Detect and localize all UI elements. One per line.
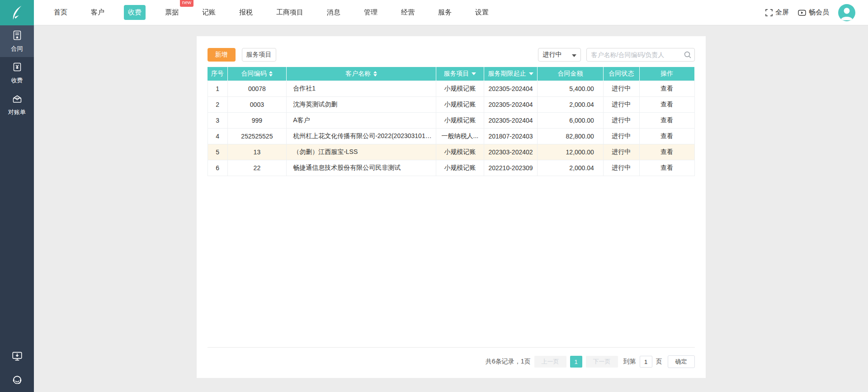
sidebar-item-fee[interactable]: 收费 [0, 57, 34, 89]
filter-caret-icon[interactable] [472, 72, 476, 75]
cell-status: 进行中 [603, 144, 639, 160]
table-row: 3999A客户小规模记账202305-2024046,000.00进行中查看 [208, 112, 694, 128]
cell-action: 查看 [639, 144, 694, 160]
view-link[interactable]: 查看 [660, 85, 673, 92]
sidebar-item-label: 对账单 [8, 108, 26, 116]
goto-confirm-button[interactable]: 确定 [668, 355, 695, 368]
top-navigation: 首页客户收费票据new记账报税工商项目消息管理经营服务设置 全屏 畅会员 [0, 0, 868, 25]
cell-seq: 6 [208, 160, 227, 176]
nav-item-settings[interactable]: 设置 [471, 5, 493, 20]
column-header-8: 操作 [639, 67, 694, 81]
cell-status: 进行中 [603, 96, 639, 112]
column-header-4[interactable]: 服务项目 [436, 67, 484, 81]
filter-caret-icon[interactable] [529, 72, 533, 75]
prev-page-button[interactable]: 上一页 [534, 356, 566, 368]
goto-page-input[interactable] [640, 356, 652, 368]
sidebar: 合同收费对账单 [0, 25, 34, 392]
fullscreen-button[interactable]: 全屏 [765, 8, 789, 17]
pagination-divider [208, 347, 695, 348]
nav-item-label: 首页 [54, 8, 67, 16]
view-link[interactable]: 查看 [660, 148, 673, 155]
column-label: 序号 [211, 70, 224, 78]
member-button[interactable]: 畅会员 [798, 8, 829, 17]
cell-service: 小规模记账 [436, 96, 484, 112]
nav-item-business-projects[interactable]: 工商项目 [272, 5, 307, 20]
app-logo[interactable] [0, 0, 34, 25]
search-box [586, 48, 695, 62]
column-label: 合同金额 [558, 70, 583, 78]
goto-prefix-label: 到第 [623, 358, 636, 366]
toolbar-right: 进行中 [538, 48, 695, 62]
sidebar-item-statement[interactable]: 对账单 [0, 89, 34, 120]
view-link[interactable]: 查看 [660, 116, 673, 124]
column-header-2[interactable]: 合同编码 [227, 67, 286, 81]
view-link[interactable]: 查看 [660, 164, 673, 171]
cell-code: 252525525 [227, 128, 286, 144]
nav-item-bookkeeping[interactable]: 记账 [198, 5, 220, 20]
column-header-3[interactable]: 客户名称 [287, 67, 436, 81]
cell-period: 202305-202404 [484, 112, 538, 128]
cell-amount: 82,800.00 [538, 128, 604, 144]
column-header-6: 合同金额 [538, 67, 604, 81]
nav-item-fees[interactable]: 收费 [124, 5, 146, 20]
feather-logo-icon [9, 4, 26, 22]
column-label: 服务项目 [443, 70, 469, 78]
nav-item-services[interactable]: 服务 [434, 5, 456, 20]
cell-status: 进行中 [603, 112, 639, 128]
cell-action: 查看 [639, 81, 694, 96]
sort-icon[interactable] [373, 71, 377, 76]
cell-customer: 畅捷通信息技术股份有限公司民非测试 [287, 160, 436, 176]
pagination: 共6条记录，1页 上一页 1 下一页 到第 页 确定 [486, 355, 695, 368]
table-row: 4252525525杭州杠上花文化传播有限公司-2022(20230310130… [208, 128, 694, 144]
table-body: 100078合作社1小规模记账202305-2024045,400.00进行中查… [208, 81, 694, 176]
user-avatar[interactable] [838, 4, 855, 21]
sidebar-bottom-tools [0, 350, 34, 386]
contracts-panel: 新增 服务项目 进行中 [197, 36, 706, 378]
cell-seq: 1 [208, 81, 227, 96]
current-page-button[interactable]: 1 [570, 356, 582, 368]
nav-item-messages[interactable]: 消息 [323, 5, 344, 20]
view-link[interactable]: 查看 [660, 132, 673, 139]
next-page-button[interactable]: 下一页 [586, 356, 618, 368]
column-label: 合同编码 [241, 70, 266, 78]
nav-item-label: 报税 [239, 8, 253, 16]
new-badge: new [180, 0, 193, 7]
cell-amount: 5,400.00 [538, 81, 604, 96]
cell-code: 0003 [227, 96, 286, 112]
sort-icon[interactable] [269, 71, 273, 76]
cell-amount: 2,000.04 [538, 160, 604, 176]
nav-item-invoices[interactable]: 票据new [161, 5, 183, 20]
cell-amount: 6,000.00 [538, 112, 604, 128]
column-header-5[interactable]: 服务期限起止 [484, 67, 538, 81]
sidebar-item-contract[interactable]: 合同 [0, 25, 34, 57]
nav-item-management[interactable]: 管理 [360, 5, 382, 20]
customer-service-icon[interactable] [12, 375, 23, 386]
add-button[interactable]: 新增 [208, 48, 236, 62]
nav-item-home[interactable]: 首页 [50, 5, 71, 20]
nav-item-customers[interactable]: 客户 [87, 5, 108, 20]
search-icon[interactable] [684, 51, 692, 61]
cell-period: 201807-202403 [484, 128, 538, 144]
cell-action: 查看 [639, 128, 694, 144]
cell-customer: （勿删）江西服宝-LSS [287, 144, 436, 160]
nav-item-operations[interactable]: 经营 [397, 5, 419, 20]
cell-code: 999 [227, 112, 286, 128]
table-row: 622畅捷通信息技术股份有限公司民非测试小规模记账202210-2023092,… [208, 160, 694, 176]
table-row: 513（勿删）江西服宝-LSS小规模记账202303-20240212,000.… [208, 144, 694, 160]
search-input[interactable] [586, 48, 695, 62]
nav-item-label: 收费 [128, 8, 142, 16]
column-header-1: 序号 [208, 67, 227, 81]
status-filter-select[interactable]: 进行中 [538, 48, 581, 62]
main-menu: 首页客户收费票据new记账报税工商项目消息管理经营服务设置 [34, 5, 765, 20]
cell-amount: 12,000.00 [538, 144, 604, 160]
client-download-icon[interactable] [11, 350, 23, 362]
cell-seq: 3 [208, 112, 227, 128]
cell-period: 202305-202404 [484, 96, 538, 112]
service-items-button[interactable]: 服务项目 [242, 48, 276, 62]
view-link[interactable]: 查看 [660, 100, 673, 108]
cell-period: 202210-202309 [484, 160, 538, 176]
nav-item-tax-filing[interactable]: 报税 [235, 5, 257, 20]
fee-icon [12, 62, 23, 74]
nav-item-label: 管理 [364, 8, 377, 16]
cell-service: 一般纳税人... [436, 128, 484, 144]
